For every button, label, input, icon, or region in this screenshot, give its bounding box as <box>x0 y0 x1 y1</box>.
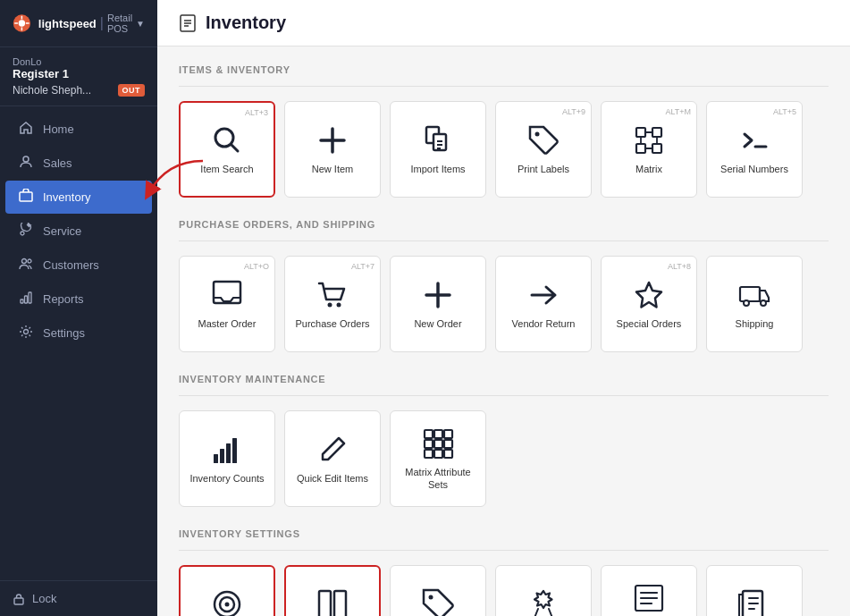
tile-inventory-counts[interactable]: Inventory Counts <box>179 410 275 507</box>
import-icon <box>421 123 455 157</box>
truck-icon <box>737 278 771 312</box>
section-label-settings: INVENTORY SETTINGS <box>179 528 829 539</box>
tile-tags[interactable]: Tags <box>390 565 486 616</box>
svg-rect-29 <box>226 443 231 463</box>
sidebar-item-home[interactable]: Home <box>5 113 152 146</box>
shortcut-matrix: ALT+M <box>665 107 691 116</box>
tile-special-orders[interactable]: ALT+8 Special Orders <box>601 256 697 352</box>
tile-inventory-counts-label: Inventory Counts <box>189 472 264 485</box>
svg-rect-30 <box>232 438 237 463</box>
new-order-plus-icon <box>421 278 455 312</box>
tile-import-items[interactable]: Import Items <box>390 101 486 198</box>
maintenance-tiles: Inventory Counts Quick Edit Items <box>179 410 829 507</box>
tile-brands[interactable]: Brands <box>495 565 592 616</box>
customers-icon <box>18 257 34 274</box>
svg-rect-28 <box>220 449 224 463</box>
home-icon <box>18 121 34 138</box>
sidebar-item-settings[interactable]: Settings <box>5 316 152 350</box>
tile-item-search[interactable]: ALT+3 Item Search <box>179 101 275 198</box>
svg-point-22 <box>328 302 332 307</box>
svg-point-2 <box>23 156 29 162</box>
sidebar-item-settings-label: Settings <box>43 326 85 340</box>
tile-master-order[interactable]: ALT+O Master Order <box>179 256 275 352</box>
content-area: ITEMS & INVENTORY ALT+3 Item Search New … <box>157 46 850 616</box>
shortcut-item-search: ALT+3 <box>245 108 268 117</box>
lock-button[interactable]: Lock <box>0 580 157 616</box>
svg-point-45 <box>429 595 433 599</box>
tile-vendor-return[interactable]: Vendor Return <box>495 256 592 352</box>
tile-categories[interactable]: Categories <box>284 565 381 616</box>
svg-rect-39 <box>444 450 452 458</box>
svg-point-10 <box>24 330 29 334</box>
tile-serial-numbers-label: Serial Numbers <box>720 163 788 175</box>
tile-purchase-orders[interactable]: ALT+7 Purchase Orders <box>284 256 381 352</box>
tile-new-order-label: New Order <box>414 317 461 330</box>
tile-quick-edit-items[interactable]: Quick Edit Items <box>284 410 381 507</box>
tile-vendor-return-reasons[interactable]: Vendor Return Reasons <box>601 565 697 616</box>
svg-rect-3 <box>20 192 32 201</box>
tile-new-item-label: New Item <box>312 163 353 175</box>
tile-matrix-attribute-sets[interactable]: Matrix Attribute Sets <box>390 410 486 507</box>
tile-print-labels[interactable]: ALT+9 Print Labels <box>495 101 592 198</box>
sidebar-item-customers[interactable]: Customers <box>5 249 152 282</box>
tile-matrix[interactable]: ALT+M Matrix <box>601 101 697 198</box>
purchase-orders-tiles: ALT+O Master Order ALT+7 Purchase Orders <box>179 256 829 352</box>
svg-rect-44 <box>334 591 346 616</box>
sidebar-item-service[interactable]: Service <box>5 215 152 248</box>
svg-point-4 <box>21 232 24 235</box>
page-title: Inventory <box>206 13 286 33</box>
dropdown-icon[interactable]: ▼ <box>136 19 145 29</box>
svg-rect-9 <box>29 292 31 303</box>
svg-rect-34 <box>425 440 433 448</box>
svg-point-5 <box>22 259 27 264</box>
svg-rect-32 <box>434 430 442 438</box>
list-icon <box>632 581 666 615</box>
section-purchase-orders: PURCHASE ORDERS, AND SHIPPING ALT+O Mast… <box>179 219 829 352</box>
section-label-maintenance: INVENTORY MAINTENANCE <box>179 374 829 384</box>
svg-point-25 <box>744 300 749 306</box>
items-inventory-tiles: ALT+3 Item Search New Item <box>179 101 829 198</box>
matrix-icon <box>632 123 666 157</box>
section-inventory-settings: INVENTORY SETTINGS Vendors C <box>179 528 829 616</box>
cart-icon <box>316 278 349 312</box>
sales-icon <box>18 155 34 172</box>
svg-rect-27 <box>214 454 218 463</box>
tile-new-item[interactable]: New Item <box>284 101 381 198</box>
svg-rect-37 <box>425 450 433 458</box>
tile-item-search-label: Item Search <box>200 163 253 175</box>
badge-icon <box>526 587 560 616</box>
columns-icon <box>316 587 349 616</box>
section-label-items: ITEMS & INVENTORY <box>179 64 829 75</box>
shortcut-special-orders: ALT+8 <box>668 262 691 271</box>
tile-shipping[interactable]: Shipping <box>706 256 803 352</box>
tile-vendor-catalogs[interactable]: Vendor Catalogs <box>706 565 803 616</box>
shortcut-print-labels: ALT+9 <box>562 107 585 116</box>
sidebar-item-reports-label: Reports <box>43 292 84 306</box>
star-icon <box>632 278 666 312</box>
svg-point-23 <box>337 302 341 307</box>
svg-rect-17 <box>636 128 645 137</box>
sidebar-item-inventory[interactable]: Inventory <box>5 181 152 214</box>
svg-rect-43 <box>319 591 331 616</box>
svg-rect-20 <box>652 144 661 153</box>
inventory-page-icon <box>179 14 197 32</box>
svg-rect-8 <box>25 296 28 303</box>
sidebar-user: DonLo Register 1 Nichole Sheph... OUT <box>0 47 157 106</box>
tile-matrix-attribute-sets-label: Matrix Attribute Sets <box>398 466 478 492</box>
inventory-icon <box>18 189 34 206</box>
tile-serial-numbers[interactable]: ALT+5 Serial Numbers <box>706 101 803 198</box>
settings-icon <box>18 325 34 342</box>
sidebar-item-reports[interactable]: Reports <box>5 283 152 316</box>
svg-rect-33 <box>444 430 452 438</box>
lock-label: Lock <box>32 592 56 605</box>
svg-point-26 <box>761 300 766 306</box>
tile-new-order[interactable]: New Order <box>390 256 486 352</box>
sidebar-item-inventory-label: Inventory <box>43 190 90 204</box>
plus-icon <box>316 123 349 157</box>
terminal-icon <box>737 123 771 157</box>
sidebar-item-sales[interactable]: Sales <box>5 147 152 180</box>
search-icon <box>210 123 244 157</box>
account-name: DonLo <box>13 56 145 67</box>
tile-vendors[interactable]: Vendors <box>179 565 275 616</box>
svg-rect-18 <box>652 128 661 137</box>
